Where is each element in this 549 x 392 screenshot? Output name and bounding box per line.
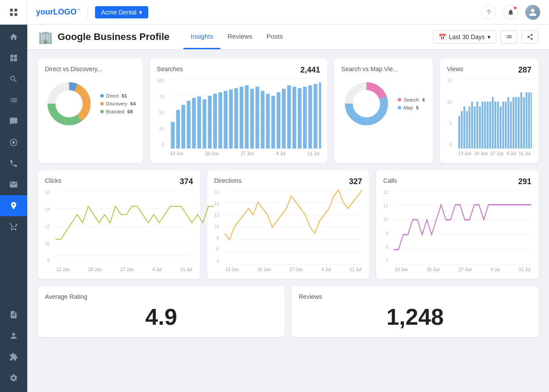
legend-search: Search 4 (398, 97, 425, 102)
card-header-directions: Directions 327 (214, 177, 362, 186)
svg-rect-30 (255, 87, 259, 149)
svm-donut-wrap: Search 4 Map 5 (341, 76, 426, 131)
svg-rect-27 (239, 87, 243, 149)
help-button[interactable]: ? (481, 5, 496, 20)
cards-row-1: Direct vs Discovery... (38, 58, 538, 163)
card-header-views: Views 287 (447, 65, 531, 75)
calls-line-chart (394, 190, 531, 265)
tab-reviews[interactable]: Reviews (220, 25, 260, 49)
svg-rect-33 (271, 96, 275, 149)
svg-rect-56 (471, 102, 473, 149)
card-searches: Searches 2,441 1007550250 (150, 58, 327, 163)
svg-rect-18 (192, 98, 196, 149)
svg-rect-32 (266, 94, 270, 149)
nav-settings[interactable] (0, 367, 27, 388)
svg-rect-53 (463, 106, 465, 149)
left-navigation (0, 0, 27, 392)
share-button[interactable] (522, 30, 538, 44)
clicks-title: Clicks (45, 177, 61, 184)
svg-rect-65 (494, 102, 496, 149)
clicks-line-chart (55, 190, 193, 265)
svg-rect-74 (518, 97, 520, 149)
views-y-axis: 151050 (447, 78, 452, 147)
card-views: Views 287 151050 (440, 58, 538, 163)
directions-line-chart (225, 190, 362, 265)
main-content: Direct vs Discovery... (27, 50, 549, 392)
user-avatar[interactable] (525, 5, 540, 20)
top-bar: yourLOGO™ Acme Dental ▾ ? (27, 0, 549, 25)
business-selector[interactable]: Acme Dental ▾ (95, 6, 148, 18)
avg-rating-value: 4.9 (45, 304, 278, 330)
topbar-divider (88, 6, 88, 19)
columns-button[interactable] (501, 30, 517, 44)
views-value: 287 (518, 65, 531, 75)
logo-home-btn[interactable] (0, 0, 27, 25)
nav-user[interactable] (0, 325, 27, 346)
topbar-right: ? (481, 5, 540, 20)
svg-rect-31 (260, 91, 264, 149)
clicks-chart-wrap: 161412108 13 Jun20 Jun27 Jun4 Jul11 Jul (45, 190, 193, 272)
svg-rect-37 (292, 87, 296, 149)
card-header-searches: Searches 2,441 (157, 65, 320, 75)
nav-plugin[interactable] (0, 346, 27, 367)
svg-rect-3 (14, 13, 17, 16)
legend-dot-search (398, 98, 401, 102)
svg-rect-72 (512, 97, 514, 149)
nav-phone[interactable] (0, 153, 27, 174)
svg-rect-22 (213, 94, 217, 149)
calls-value: 291 (518, 177, 531, 186)
card-direct-discovery: Direct vs Discovery... (38, 58, 143, 163)
svg-rect-25 (229, 90, 233, 149)
svg-rect-35 (282, 89, 285, 149)
tab-posts[interactable]: Posts (260, 25, 290, 49)
calls-chart-wrap: 121110987 13 Jun20 Jun27 Ju (383, 190, 531, 272)
card-header-clicks: Clicks 374 (45, 177, 193, 186)
donut-chart (45, 80, 93, 128)
svg-rect-66 (497, 102, 499, 149)
svg-rect-29 (250, 89, 254, 149)
tab-insights[interactable]: Insights (183, 25, 220, 49)
cards-row-2: Clicks 374 161412108 (38, 170, 538, 279)
calls-title: Calls (383, 177, 397, 184)
nav-grid[interactable] (0, 47, 27, 69)
svg-point-46 (353, 91, 380, 117)
notification-badge (513, 6, 517, 10)
logo-your: your (36, 7, 53, 16)
svg-rect-24 (223, 91, 227, 149)
views-bar-chart (458, 78, 531, 149)
nav-reports[interactable] (0, 90, 27, 111)
svg-rect-42 (318, 83, 321, 149)
nav-search[interactable] (0, 69, 27, 90)
directions-x-labels: 13 Jun20 Jun27 Jun4 Jul11 Jul (225, 267, 362, 272)
svg-rect-64 (492, 97, 494, 149)
nav-target[interactable] (0, 132, 27, 153)
nav-home[interactable] (0, 26, 27, 47)
svg-rect-71 (510, 102, 512, 149)
business-name-label: Acme Dental (101, 9, 136, 16)
chevron-icon: ▾ (487, 33, 490, 40)
calendar-icon: 📅 (439, 33, 446, 40)
views-chart-wrap: 151050 (447, 78, 531, 156)
svg-rect-70 (507, 97, 509, 149)
searches-chart-wrap: 1007550250 (157, 78, 320, 156)
nav-chat[interactable] (0, 111, 27, 132)
svg-rect-15 (176, 110, 180, 149)
date-filter-button[interactable]: 📅 Last 30 Days ▾ (433, 30, 496, 44)
nav-location[interactable] (0, 195, 27, 216)
svg-rect-2 (10, 13, 12, 16)
nav-mail[interactable] (0, 174, 27, 195)
svg-rect-60 (482, 102, 483, 149)
nav-cart[interactable] (0, 216, 27, 237)
nav-file-report[interactable] (0, 304, 27, 325)
legend-dot-branded (100, 110, 104, 113)
svg-rect-26 (234, 88, 238, 149)
clicks-value: 374 (180, 177, 193, 186)
legend-map: Map 5 (398, 105, 425, 110)
card-calls: Calls 291 121110987 (376, 170, 538, 279)
svm-title: Search vs Map Vie... (341, 65, 398, 73)
header-actions: 📅 Last 30 Days ▾ (433, 25, 538, 49)
svg-rect-41 (313, 84, 317, 149)
page-header: 🏢 Google Business Profile Insights Revie… (27, 25, 549, 50)
searches-x-labels: 13 Jun20 Jun27 Jun4 Jul11 Jul (169, 151, 320, 156)
notification-bell-button[interactable] (503, 5, 518, 20)
